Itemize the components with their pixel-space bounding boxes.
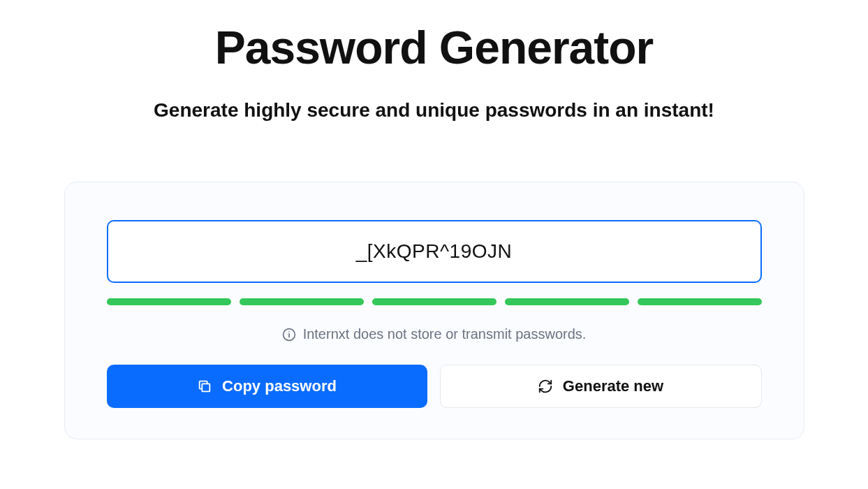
security-note-text: Internxt does not store or transmit pass…: [303, 326, 587, 342]
refresh-icon: [538, 379, 553, 394]
info-icon: [282, 328, 296, 342]
copy-icon: [197, 379, 212, 394]
strength-segment: [638, 298, 762, 305]
generate-new-button[interactable]: Generate new: [440, 365, 762, 408]
password-value: _[XkQPR^19OJN: [356, 240, 513, 263]
password-output[interactable]: _[XkQPR^19OJN: [107, 220, 762, 283]
page-subtitle: Generate highly secure and unique passwo…: [0, 99, 868, 122]
generate-new-label: Generate new: [563, 377, 663, 395]
strength-segment: [240, 298, 364, 305]
strength-segment: [107, 298, 231, 305]
svg-point-2: [288, 331, 290, 333]
svg-rect-3: [202, 384, 209, 391]
button-row: Copy password Generate new: [107, 365, 762, 408]
strength-segment: [372, 298, 496, 305]
strength-segment: [505, 298, 629, 305]
security-note: Internxt does not store or transmit pass…: [107, 326, 762, 342]
generator-card: _[XkQPR^19OJN Internxt does not store or…: [64, 182, 804, 439]
strength-meter: [107, 298, 762, 305]
copy-password-label: Copy password: [222, 377, 337, 395]
page-title: Password Generator: [0, 21, 868, 74]
copy-password-button[interactable]: Copy password: [107, 365, 427, 408]
